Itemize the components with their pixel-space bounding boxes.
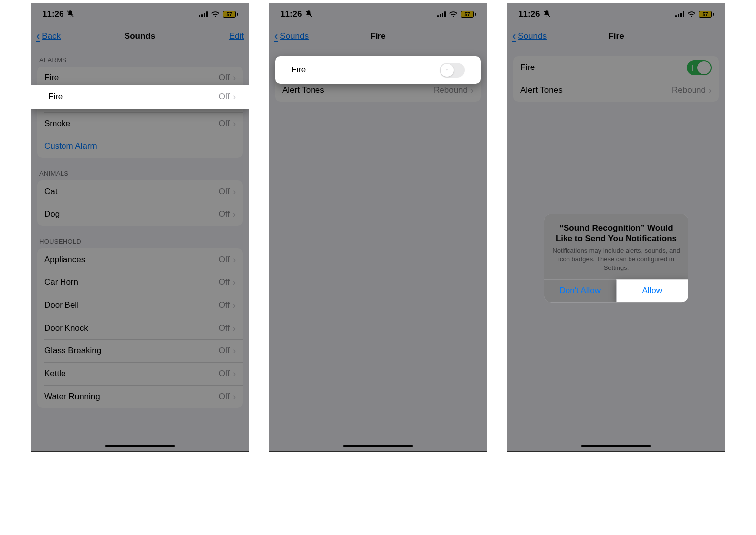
nav-bar: ‹ Sounds Fire (269, 25, 487, 47)
list-item-label: Fire (48, 92, 219, 102)
list-item-value: Off (219, 209, 230, 219)
list-item-label: Cat (44, 187, 219, 197)
list-item-label: Smoke (44, 119, 219, 129)
cellular-signal-icon (437, 11, 446, 17)
highlight-fire-toggle: Fire ○ (275, 56, 481, 84)
list-item-value: Off (219, 255, 230, 265)
fire-toggle-on[interactable] (687, 60, 712, 75)
list-item-label: Fire (44, 73, 219, 83)
status-bar: 11:26 57 (31, 3, 249, 25)
list-item-smoke[interactable]: Smoke Off › (37, 112, 243, 135)
list-item-kettle[interactable]: Kettle Off › (37, 362, 243, 385)
chevron-right-icon: › (233, 300, 236, 311)
list-item-value: Off (219, 392, 230, 401)
screenshot-2-fire-toggle-off: 11:26 57 ‹ Sounds Fire Fire ○ Aler (269, 3, 487, 452)
list-item-label: Glass Breaking (44, 346, 219, 356)
silent-mode-icon (66, 10, 74, 19)
chevron-right-icon: › (709, 85, 712, 96)
battery-icon: 57 (223, 11, 238, 18)
list-item-door-bell[interactable]: Door Bell Off › (37, 294, 243, 317)
list-item-glass-breaking[interactable]: Glass Breaking Off › (37, 339, 243, 362)
list-item-value: Off (219, 92, 230, 102)
status-bar: 11:26 57 (507, 3, 725, 25)
chevron-right-icon: › (233, 92, 236, 102)
fire-settings-group: Fire Alert Tones Rebound › (513, 56, 719, 102)
list-item-value: Off (219, 300, 230, 310)
household-group: Appliances Off › Car Horn Off › Door Bel… (37, 248, 243, 408)
chevron-right-icon: › (233, 255, 236, 265)
fire-toggle-row-highlighted[interactable]: Fire ○ (275, 56, 481, 84)
page-title: Sounds (31, 31, 249, 41)
list-item-water-running[interactable]: Water Running Off › (37, 385, 243, 408)
wifi-icon (687, 11, 696, 18)
list-item-car-horn[interactable]: Car Horn Off › (37, 271, 243, 294)
home-indicator[interactable] (105, 445, 175, 447)
chevron-right-icon: › (471, 85, 474, 96)
alert-title: “Sound Recognition” Would Like to Send Y… (552, 223, 680, 244)
page-title: Fire (507, 31, 725, 41)
section-header-animals: ANIMALS (31, 158, 249, 180)
battery-icon: 57 (461, 11, 476, 18)
chevron-right-icon: › (233, 323, 236, 334)
list-item-value: Off (219, 73, 230, 83)
status-bar: 11:26 57 (269, 3, 487, 25)
nav-bar: ‹ Back Sounds Edit (31, 25, 249, 47)
list-item-label: Kettle (44, 369, 219, 379)
list-item-value: Rebound (672, 85, 706, 95)
toggle-label: Fire (520, 63, 687, 72)
silent-mode-icon (543, 10, 551, 19)
chevron-right-icon: › (233, 392, 236, 402)
list-item-value: Off (219, 119, 230, 129)
screenshot-3-fire-alert: 11:26 57 ‹ Sounds Fire Fire Alert (507, 3, 725, 452)
list-item-value: Off (219, 323, 230, 333)
list-item-label: Alert Tones (520, 85, 672, 95)
alert-tones-row[interactable]: Alert Tones Rebound › (513, 79, 719, 102)
list-item-label: Appliances (44, 255, 219, 265)
dont-allow-button[interactable]: Don't Allow (544, 279, 616, 302)
list-item-value: Off (219, 369, 230, 379)
nav-bar: ‹ Sounds Fire (507, 25, 725, 47)
list-item-label: Door Bell (44, 300, 219, 310)
fire-toggle-row[interactable]: Fire (513, 56, 719, 79)
chevron-right-icon: › (233, 119, 236, 129)
status-time: 11:26 (518, 9, 540, 19)
cellular-signal-icon (675, 11, 684, 17)
list-item-dog[interactable]: Dog Off › (37, 203, 243, 226)
alarms-group: Fire Off › Siren Off › Smoke Off › Custo… (37, 67, 243, 158)
chevron-right-icon: › (233, 73, 236, 83)
list-item-label: Water Running (44, 392, 219, 401)
chevron-right-icon: › (233, 369, 236, 379)
section-header-alarms: ALARMS (31, 47, 249, 67)
list-item-label: Car Horn (44, 277, 219, 287)
home-indicator[interactable] (581, 445, 651, 447)
battery-icon: 57 (699, 11, 714, 18)
list-item-value: Off (219, 187, 230, 197)
list-item-cat[interactable]: Cat Off › (37, 180, 243, 203)
list-item-label: Dog (44, 209, 219, 219)
list-item-custom-alarm[interactable]: Custom Alarm (37, 135, 243, 158)
chevron-right-icon: › (233, 277, 236, 288)
animals-group: Cat Off › Dog Off › (37, 180, 243, 226)
list-item-appliances[interactable]: Appliances Off › (37, 248, 243, 271)
fire-toggle[interactable]: ○ (440, 63, 465, 78)
list-item-fire-highlighted[interactable]: Fire Off › (31, 85, 249, 108)
wifi-icon (211, 11, 220, 18)
notification-permission-alert: “Sound Recognition” Would Like to Send Y… (544, 214, 688, 302)
cellular-signal-icon (199, 11, 208, 17)
list-item-value: Off (219, 346, 230, 356)
page-title: Fire (269, 31, 487, 41)
chevron-right-icon: › (233, 187, 236, 197)
list-item-door-knock[interactable]: Door Knock Off › (37, 317, 243, 339)
status-time: 11:26 (280, 9, 302, 19)
section-header-household: HOUSEHOLD (31, 226, 249, 248)
home-indicator[interactable] (343, 445, 413, 447)
wifi-icon (449, 11, 458, 18)
allow-button[interactable]: Allow (616, 279, 689, 302)
chevron-right-icon: › (233, 346, 236, 356)
list-item-label: Custom Alarm (44, 141, 236, 151)
silent-mode-icon (305, 10, 313, 19)
highlight-fire-row: Fire Off › (31, 85, 249, 109)
toggle-label: Fire (291, 65, 440, 75)
chevron-right-icon: › (233, 209, 236, 220)
list-item-label: Alert Tones (282, 85, 434, 95)
